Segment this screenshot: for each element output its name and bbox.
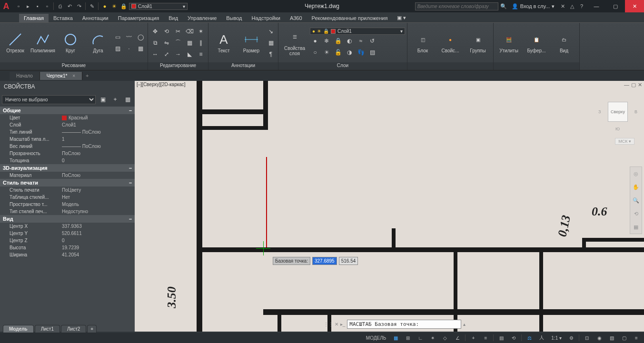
redo-icon[interactable]: ↷ (75, 2, 83, 10)
point-icon[interactable]: · (124, 43, 134, 54)
lineweight-icon[interactable]: ≡ (481, 333, 490, 342)
snap-icon[interactable]: ⊞ (403, 333, 413, 342)
prop-row[interactable]: Центр Z0 (0, 237, 135, 244)
search-input[interactable] (415, 2, 498, 10)
utilities-button[interactable]: 🧮Утилиты (495, 24, 522, 61)
undo-icon[interactable]: ↶ (65, 2, 74, 10)
tab-home[interactable]: Главная (19, 14, 49, 22)
orbit-icon[interactable]: ⟲ (630, 207, 642, 220)
rect-icon[interactable]: ▭ (112, 32, 123, 42)
workspace-icon[interactable]: ⊡ (582, 333, 592, 342)
prop-group-viz3d[interactable]: 3D-визуализация– (0, 164, 135, 172)
extend-icon[interactable]: → (173, 49, 183, 59)
app-logo[interactable]: A (0, 0, 12, 12)
dyn-input-icon[interactable]: + (468, 333, 478, 342)
region-icon[interactable]: ▦ (135, 43, 146, 54)
open-icon[interactable]: ▸ (24, 2, 32, 10)
coord-y-input[interactable]: 516.54 (339, 257, 358, 265)
chamfer-icon[interactable]: ◣ (184, 49, 195, 59)
plot-icon[interactable]: ⎙ (56, 2, 64, 10)
tab-start[interactable]: Начало (10, 72, 40, 80)
layer-thaw-icon[interactable]: ☀ (321, 47, 332, 58)
align-icon[interactable]: ≡ (196, 49, 206, 59)
explode-icon[interactable]: ✶ (196, 26, 206, 37)
clipboard-button[interactable]: 📋Буфер... (523, 24, 550, 61)
help-icon[interactable]: ? (577, 2, 586, 10)
match-icon[interactable]: ✎ (88, 2, 96, 10)
layer-on-icon[interactable]: ○ (310, 47, 320, 58)
groups-button[interactable]: ▣Группы (465, 24, 491, 61)
cmd-history-icon[interactable]: ▴ (463, 322, 466, 327)
prop-row[interactable]: Таблица стилей...Нет (0, 194, 135, 201)
prop-row[interactable]: Тип линий———— ПоСлою (0, 128, 135, 136)
tab-annotations[interactable]: Аннотации (78, 14, 113, 22)
selection-dropdown[interactable]: Ничего не выбрано (2, 95, 96, 104)
layer-lock-icon[interactable]: 🔒 (333, 36, 343, 46)
osnap-icon[interactable]: ◇ (440, 333, 450, 342)
close-button[interactable]: ✕ (625, 0, 644, 12)
mtext-icon[interactable]: ¶ (266, 49, 276, 59)
tab-apps[interactable]: Рекомендованные приложения (307, 14, 393, 22)
tab-manage[interactable]: Управление (183, 14, 221, 22)
panel-block-title[interactable] (407, 62, 493, 70)
polyline-button[interactable]: Полилиния (30, 24, 56, 61)
panel-annot-title[interactable]: Аннотации (208, 62, 278, 70)
layer-walk-icon[interactable]: 👣 (356, 47, 366, 58)
add-layout-button[interactable]: + (87, 325, 97, 333)
anno-scale-icon[interactable]: ⚖ (525, 333, 534, 342)
qp-icon[interactable]: ▤ (496, 333, 506, 342)
grid-icon[interactable]: ▦ (391, 333, 400, 342)
layer-props-button[interactable]: ☰Свойства слоя (280, 24, 309, 61)
login-button[interactable]: 👤 Вход в слу... ▾ (509, 3, 557, 10)
erase-icon[interactable]: ⌫ (184, 26, 195, 37)
leader-icon[interactable]: ↘ (266, 26, 276, 37)
clean-screen-icon[interactable]: ▢ (619, 333, 629, 342)
layer-uniso-icon[interactable]: ◑ (344, 47, 355, 58)
layer-off-icon[interactable]: ● (310, 36, 320, 46)
tab-output[interactable]: Вывод (221, 14, 247, 22)
prop-row[interactable]: Ширина41.2054 (0, 251, 135, 258)
layer-dropdown[interactable]: ●☀🔒 Слой1 ▾ (310, 28, 405, 35)
rotate-icon[interactable]: ⟲ (161, 26, 172, 37)
table-icon[interactable]: ▦ (266, 38, 276, 48)
tab-view[interactable]: Вид (164, 14, 183, 22)
new-icon[interactable]: ▫ (14, 2, 23, 10)
select-objects-icon[interactable]: ▦ (122, 94, 133, 105)
move-icon[interactable]: ✥ (150, 26, 160, 37)
hatch-icon[interactable]: ▨ (112, 43, 123, 54)
ellipse-icon[interactable]: ◯ (135, 32, 146, 42)
prop-row[interactable]: МатериалПоСлою (0, 172, 135, 179)
pick-add-icon[interactable]: + (110, 94, 120, 105)
arc-button[interactable]: Дуга (85, 24, 111, 61)
tab-sheet2[interactable]: Лист2 (61, 325, 86, 333)
view-cube[interactable]: Сверху З В Ю (601, 95, 634, 128)
prop-row[interactable]: Центр Y520.6611 (0, 230, 135, 237)
prop-row[interactable]: Пространство т...Модель (0, 201, 135, 208)
prop-row[interactable]: Тип стилей печ...Недоступно (0, 208, 135, 215)
panel-util-title[interactable] (494, 62, 579, 70)
zoom-extents-icon[interactable]: 🔍 (630, 194, 642, 207)
prop-row[interactable]: Центр X337.9363 (0, 223, 135, 230)
pan-icon[interactable]: ✋ (630, 180, 642, 194)
tab-sheet1[interactable]: Лист1 (35, 325, 60, 333)
panel-modify-title[interactable]: Редактирование (148, 62, 208, 70)
layer-unlock-icon[interactable]: 🔓 (333, 47, 343, 58)
layer-prev-icon[interactable]: ↺ (367, 36, 377, 46)
prop-row[interactable]: СлойСлой1 (0, 121, 135, 128)
steering-wheel-icon[interactable]: ◎ (630, 167, 642, 180)
panel-layers-title[interactable]: Слои (278, 62, 407, 70)
tab-model[interactable]: Модель (3, 325, 34, 333)
lock-icon[interactable]: 🔒 (119, 2, 128, 10)
prop-group-general[interactable]: Общие– (0, 107, 135, 114)
minimize-button[interactable]: — (587, 0, 606, 12)
bulb-on-icon[interactable]: ● (100, 2, 109, 10)
circle-button[interactable]: Круг (57, 24, 84, 61)
cycling-icon[interactable]: ⟲ (509, 333, 518, 342)
prop-group-view[interactable]: Вид– (0, 215, 135, 223)
prop-row[interactable]: ПрозрачностьПоСлою (0, 150, 135, 157)
exchange-icon[interactable]: ✕ (558, 2, 567, 10)
cloud-icon[interactable]: △ (568, 2, 576, 10)
mirror-icon[interactable]: ⇋ (161, 38, 172, 48)
sun-icon[interactable]: ☀ (110, 2, 119, 10)
view-button[interactable]: 🗀Вид (551, 24, 577, 61)
